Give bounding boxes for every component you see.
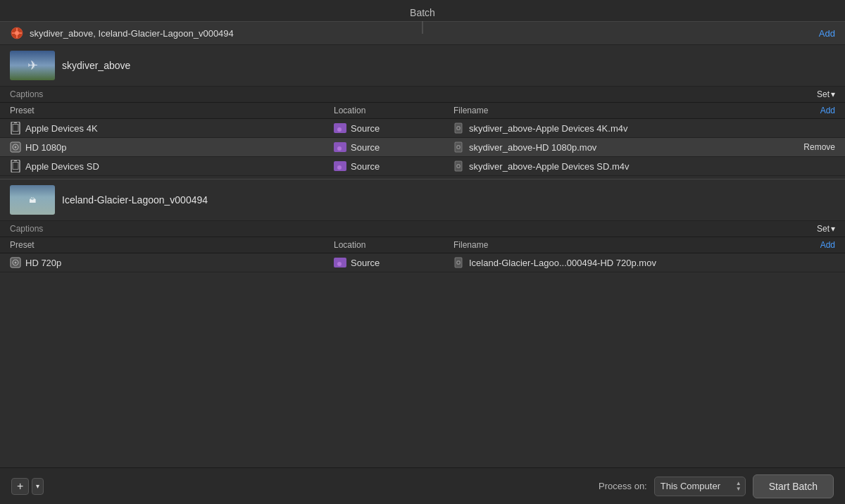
filename-cell-apple-4k: skydiver_above-Apple Devices 4K.m4v [453, 122, 835, 134]
clip-one-entry: ✈ skydiver_above [0, 45, 845, 87]
col-preset-two: Preset [10, 240, 334, 250]
preset-cell-apple-4k: Apple Devices 4K [10, 122, 334, 134]
hd-icon-720p [10, 257, 21, 268]
location-folder-icon-720p [334, 258, 346, 267]
title-bar: Batch [0, 0, 845, 22]
set-button-one[interactable]: Set ▾ [817, 89, 835, 99]
svg-point-33 [458, 262, 460, 264]
remove-button-hd-1080p[interactable]: Remove [803, 142, 835, 152]
filename-cell-hd-1080p: skydiver_above-HD 1080p.mov [453, 141, 803, 153]
clip-one-thumbnail-icon: ✈ [27, 58, 38, 73]
process-on-label: Process on: [599, 481, 647, 491]
section-one-add-button[interactable]: Add [819, 28, 835, 39]
filename-text-hd-1080p: skydiver_above-HD 1080p.mov [469, 142, 596, 153]
location-text-hd-720p: Source [351, 258, 380, 268]
svg-point-23 [337, 165, 342, 170]
preset-name-apple-sd: Apple Devices SD [25, 161, 99, 172]
svg-point-12 [458, 127, 460, 130]
location-cell-hd-720p: Source [334, 258, 453, 268]
svg-point-1 [15, 31, 19, 35]
svg-point-16 [337, 146, 342, 151]
preset-row-hd-720p: HD 720p Source Iceland-Glacier-Lagoo...0… [0, 253, 845, 272]
col-headers-one: Preset Location Filename Add [0, 103, 845, 119]
preset-name-apple-4k: Apple Devices 4K [25, 123, 98, 134]
phone-icon-4k [10, 122, 21, 134]
hd-icon-1080p [10, 141, 21, 153]
preset-name-hd-720p: HD 720p [25, 258, 61, 268]
bottom-left: + ▾ [11, 478, 44, 495]
col-location-one: Location [334, 106, 453, 115]
svg-point-15 [15, 146, 17, 149]
bottom-right: Process on: This Computer ▲ ▼ Start Batc… [599, 474, 834, 498]
file-icon-apple-4k [453, 122, 465, 134]
start-batch-button[interactable]: Start Batch [753, 474, 834, 498]
col-location-two: Location [334, 240, 453, 250]
location-folder-icon-sd [334, 161, 346, 171]
preset-cell-hd-1080p: HD 1080p [10, 141, 334, 153]
bottom-bar: + ▾ Process on: This Computer ▲ ▼ Start … [0, 467, 845, 504]
clip-two-thumbnail-icon: 🏔 [29, 196, 36, 204]
file-icon-hd-1080p [453, 141, 465, 153]
location-folder-icon-4k [334, 123, 346, 133]
section-one-title-left: skydiver_above, Iceland-Glacier-Lagoon_v… [10, 26, 234, 40]
preset-row-apple-sd: Apple Devices SD Source skydiver_above-A… [0, 157, 845, 176]
preset-row-hd-1080p: HD 1080p Source skydiver_above-HD 1080p.… [0, 138, 845, 157]
clip-two-entry: 🏔 Iceland-Glacier-Lagoon_v000494 [0, 179, 845, 221]
process-on-select[interactable]: This Computer ▲ ▼ [654, 477, 746, 496]
phone-icon-sd [10, 160, 21, 172]
filename-cell-apple-sd: skydiver_above-Apple Devices SD.m4v [453, 160, 835, 172]
col-preset-one: Preset [10, 106, 334, 115]
location-cell-apple-sd: Source [334, 161, 453, 172]
captions-row-two: Captions Set ▾ [0, 221, 845, 237]
location-cell-apple-4k: Source [334, 123, 453, 134]
main-content: skydiver_above, Iceland-Glacier-Lagoon_v… [0, 22, 845, 467]
process-on-arrows: ▲ ▼ [736, 481, 741, 492]
svg-point-30 [337, 262, 342, 266]
location-cell-hd-1080p: Source [334, 142, 453, 153]
add-chevron-button[interactable]: ▾ [32, 478, 44, 495]
clip-one-thumbnail: ✈ [10, 51, 55, 80]
section-one-icon [10, 26, 24, 40]
col-filename-one: Filename [453, 106, 820, 115]
preset-name-hd-1080p: HD 1080p [25, 142, 67, 153]
location-text-apple-4k: Source [351, 123, 380, 134]
clip-two-name: Iceland-Glacier-Lagoon_v000494 [62, 194, 208, 206]
col-headers-two: Preset Location Filename Add [0, 237, 845, 253]
filename-text-apple-sd: skydiver_above-Apple Devices SD.m4v [469, 161, 630, 172]
add-clip-button[interactable]: + [11, 478, 29, 495]
svg-rect-22 [13, 163, 18, 170]
captions-label-two: Captions [10, 224, 43, 234]
col-filename-two: Filename [453, 240, 820, 250]
preset-cell-apple-sd: Apple Devices SD [10, 160, 334, 172]
col-add-two[interactable]: Add [820, 240, 835, 250]
location-text-hd-1080p: Source [351, 142, 380, 153]
location-folder-icon-1080p [334, 142, 346, 152]
preset-cell-hd-720p: HD 720p [10, 257, 334, 268]
preset-row-apple-4k: Apple Devices 4K Source skydiver_above-A… [0, 119, 845, 138]
filename-cell-hd-720p: Iceland-Glacier-Lagoo...000494-HD 720p.m… [453, 257, 835, 268]
svg-point-29 [15, 262, 17, 264]
clip-two-thumbnail: 🏔 [10, 185, 55, 215]
batch-title: Batch [410, 7, 435, 18]
file-icon-hd-720p [453, 257, 465, 268]
set-button-two[interactable]: Set ▾ [817, 224, 835, 234]
col-add-one[interactable]: Add [820, 106, 835, 115]
clip-one-name: skydiver_above [62, 60, 130, 71]
filename-text-apple-4k: skydiver_above-Apple Devices 4K.m4v [469, 123, 627, 134]
section-one-title: skydiver_above, Iceland-Glacier-Lagoon_v… [30, 28, 234, 39]
captions-row-one: Captions Set ▾ [0, 87, 845, 103]
captions-label-one: Captions [10, 89, 43, 99]
svg-rect-8 [13, 125, 18, 132]
file-icon-apple-sd [453, 160, 465, 172]
svg-point-19 [458, 146, 460, 149]
svg-point-9 [337, 127, 342, 132]
location-text-apple-sd: Source [351, 161, 380, 172]
svg-point-26 [458, 165, 460, 168]
filename-text-hd-720p: Iceland-Glacier-Lagoo...000494-HD 720p.m… [469, 258, 656, 268]
